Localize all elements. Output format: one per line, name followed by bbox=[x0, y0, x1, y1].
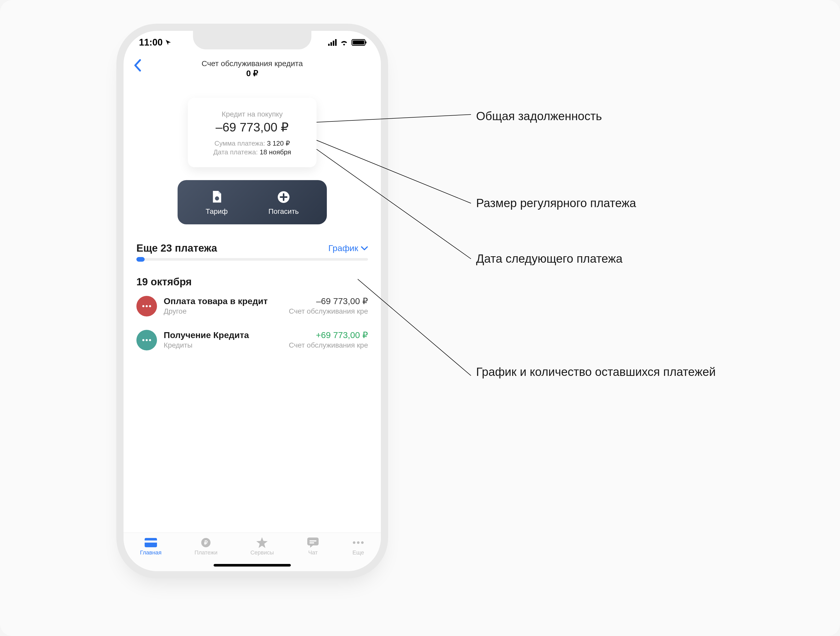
progress-indicator bbox=[136, 257, 145, 262]
wifi-icon bbox=[340, 39, 349, 46]
annotation-debt: Общая задолженность bbox=[476, 109, 602, 124]
page-title: Счет обслуживания кредита bbox=[202, 59, 303, 68]
transaction-account: Счет обслуживания кре bbox=[289, 341, 368, 349]
category-icon bbox=[136, 296, 157, 316]
tab-label: Платежи bbox=[194, 549, 218, 556]
svg-point-0 bbox=[215, 196, 219, 200]
home-indicator[interactable] bbox=[213, 564, 291, 567]
payments-remaining: Еще 23 платежа bbox=[136, 242, 217, 254]
tab-label: Чат bbox=[308, 549, 318, 556]
tab-payments[interactable]: ₽ Платежи bbox=[194, 537, 218, 556]
location-icon bbox=[165, 39, 171, 46]
repay-button[interactable]: Погасить bbox=[268, 190, 299, 216]
tab-bar: Главная ₽ Платежи Сервисы bbox=[123, 533, 381, 571]
payment-amount-value: 3 120 ₽ bbox=[267, 139, 290, 147]
tab-label: Главная bbox=[140, 549, 162, 556]
status-time: 11:00 bbox=[139, 37, 163, 48]
payment-date-value: 18 ноября bbox=[260, 148, 291, 156]
plus-circle-icon bbox=[277, 190, 290, 204]
transaction-amount: –69 773,00 ₽ bbox=[316, 296, 368, 306]
tab-home[interactable]: Главная bbox=[140, 537, 162, 556]
tab-label: Сервисы bbox=[250, 549, 274, 556]
transaction-account: Счет обслуживания кре bbox=[289, 307, 368, 316]
svg-point-11 bbox=[361, 541, 364, 544]
svg-rect-6 bbox=[307, 537, 319, 545]
nav-header: Счет обслуживания кредита 0 ₽ bbox=[123, 57, 381, 84]
annotation-next-date: Дата следующего платежа bbox=[476, 251, 622, 267]
svg-rect-8 bbox=[309, 542, 314, 543]
transaction-row[interactable]: Оплата товара в кредит –69 773,00 ₽ Друг… bbox=[136, 296, 368, 316]
tab-more[interactable]: Еще bbox=[352, 537, 365, 556]
card-icon bbox=[145, 537, 157, 548]
transaction-category: Кредиты bbox=[164, 341, 193, 349]
progress-bar bbox=[136, 258, 368, 260]
phone-notch bbox=[193, 31, 311, 49]
schedule-link[interactable]: График bbox=[328, 243, 368, 253]
card-label: Кредит на покупку bbox=[196, 110, 309, 118]
action-card: Тариф Погасить bbox=[178, 180, 327, 224]
svg-rect-7 bbox=[309, 540, 316, 541]
more-icon bbox=[352, 537, 365, 548]
date-heading: 19 октября bbox=[136, 276, 368, 288]
document-icon bbox=[210, 190, 223, 204]
category-icon bbox=[136, 330, 157, 350]
tab-chat[interactable]: Чат bbox=[307, 537, 319, 556]
tab-label: Еще bbox=[352, 549, 364, 556]
ruble-icon: ₽ bbox=[200, 537, 212, 548]
svg-point-10 bbox=[357, 541, 360, 544]
payment-date-label: Дата платежа: bbox=[213, 148, 258, 156]
battery-icon bbox=[352, 39, 365, 46]
star-icon bbox=[256, 537, 268, 548]
transaction-row[interactable]: Получение Кредита +69 773,00 ₽ Кредиты С… bbox=[136, 330, 368, 350]
payment-amount-label: Сумма платежа: bbox=[215, 139, 265, 147]
transaction-title: Получение Кредита bbox=[164, 330, 249, 340]
chat-icon bbox=[307, 537, 319, 548]
tariff-button[interactable]: Тариф bbox=[205, 190, 228, 216]
tab-services[interactable]: Сервисы bbox=[250, 537, 274, 556]
chevron-down-icon bbox=[361, 246, 368, 251]
annotation-payment-size: Размер регулярного платежа bbox=[476, 196, 636, 211]
signal-icon bbox=[328, 39, 336, 46]
credit-card[interactable]: Кредит на покупку –69 773,00 ₽ Сумма пла… bbox=[188, 98, 317, 167]
repay-label: Погасить bbox=[268, 207, 299, 216]
debt-amount: –69 773,00 ₽ bbox=[196, 120, 309, 134]
annotation-schedule: График и количество оставшихся платежей bbox=[476, 364, 716, 380]
tariff-label: Тариф bbox=[205, 207, 228, 216]
svg-point-9 bbox=[353, 541, 355, 544]
schedule-link-label: График bbox=[328, 243, 358, 253]
page-balance: 0 ₽ bbox=[202, 68, 303, 78]
transaction-amount: +69 773,00 ₽ bbox=[316, 330, 368, 340]
transaction-category: Другое bbox=[164, 307, 186, 316]
svg-text:₽: ₽ bbox=[204, 540, 208, 546]
phone-screen: 11:00 Счет обслуживания кредита 0 ₽ bbox=[123, 31, 381, 571]
transaction-title: Оплата товара в кредит bbox=[164, 296, 268, 306]
back-button[interactable] bbox=[134, 58, 141, 75]
svg-rect-3 bbox=[145, 541, 157, 543]
